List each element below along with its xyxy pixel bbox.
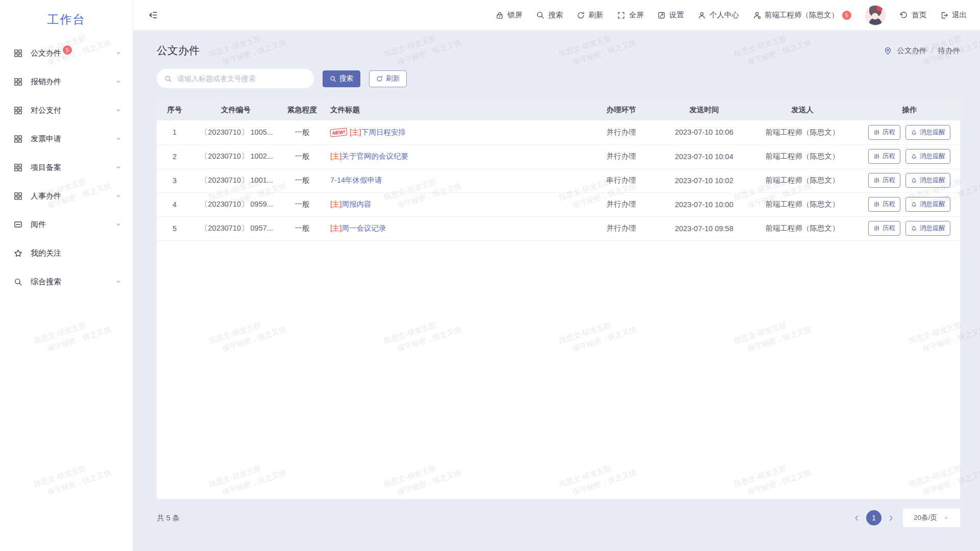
sidebar-item-label: 阅件	[31, 220, 46, 230]
cell-urgency: 一般	[279, 168, 325, 192]
history-button[interactable]: 历程	[868, 221, 900, 236]
search-input[interactable]	[176, 74, 306, 83]
notify-button[interactable]: 消息提醒	[905, 221, 950, 236]
refresh-button[interactable]: 刷新	[369, 70, 407, 87]
history-button[interactable]: 历程	[868, 197, 900, 212]
topbar-fullscreen-label: 全屏	[629, 10, 644, 20]
sidebar-item-7[interactable]: 阅件	[0, 210, 133, 239]
cell-sender: 前端工程师（陈思文）	[746, 168, 859, 192]
breadcrumb-separator: /	[931, 46, 933, 55]
cell-title: NEW![主]下周日程安排	[325, 120, 580, 144]
topbar-search[interactable]: 搜索	[536, 10, 563, 20]
user-icon	[698, 11, 706, 19]
documents-table: 序号文件编号紧急程度文件标题办理环节发送时间发送人操作 1〔20230710〕 …	[157, 99, 960, 241]
chevron-down-icon	[115, 279, 121, 285]
history-button[interactable]: 历程	[868, 149, 900, 164]
topbar-settings-label: 设置	[669, 10, 684, 20]
table-row: 4〔20230710〕 0959...一般[主]周报内容并行办理2023-07-…	[157, 192, 960, 216]
notify-button[interactable]: 消息提醒	[905, 149, 950, 164]
notify-button[interactable]: 消息提醒	[905, 173, 950, 188]
grid-icon	[14, 106, 23, 115]
comment-icon	[14, 220, 23, 229]
history-button-label: 历程	[883, 176, 895, 185]
sidebar-item-label: 我的关注	[31, 248, 61, 258]
search-button[interactable]: 搜索	[323, 70, 360, 87]
topbar-lock-screen[interactable]: 锁屏	[496, 10, 522, 20]
prev-page-icon[interactable]	[853, 514, 861, 522]
column-header: 文件编号	[192, 99, 279, 120]
history-button[interactable]: 历程	[868, 173, 900, 188]
history-button[interactable]: 历程	[868, 125, 900, 140]
page-number[interactable]: 1	[866, 510, 881, 525]
topbar-home[interactable]: 首页	[899, 10, 926, 20]
documents-table-card: 序号文件编号紧急程度文件标题办理环节发送时间发送人操作 1〔20230710〕 …	[157, 99, 960, 499]
cell-file-no: 〔20230710〕 1001...	[192, 168, 279, 192]
user-badge-icon	[753, 11, 761, 19]
sidebar-item-9[interactable]: 综合搜索	[0, 267, 133, 296]
cell-step: 并行办理	[580, 192, 662, 216]
sidebar-item-5[interactable]: 项目备案	[0, 153, 133, 182]
grid-icon	[14, 163, 23, 172]
topbar-settings[interactable]: 设置	[657, 10, 684, 20]
cell-urgency: 一般	[279, 120, 325, 144]
sliders-icon	[873, 177, 880, 184]
location-pin-icon	[884, 46, 892, 55]
cell-file-no: 〔20230710〕 1002...	[192, 144, 279, 168]
bell-icon	[911, 177, 917, 184]
history-button-label: 历程	[883, 224, 895, 233]
document-title-link[interactable]: 周一会议记录	[342, 224, 386, 232]
sidebar-item-8[interactable]: 我的关注	[0, 239, 133, 267]
document-title-link[interactable]: 下周日程安排	[361, 128, 406, 136]
cell-urgency: 一般	[279, 216, 325, 240]
chevron-down-icon	[115, 107, 121, 113]
cell-index: 1	[157, 120, 192, 144]
notify-button-label: 消息提醒	[920, 176, 945, 185]
document-title-link[interactable]: 关于官网的会议纪要	[342, 152, 409, 160]
cell-file-no: 〔20230710〕 1005...	[192, 120, 279, 144]
topbar-profile-label: 个人中心	[709, 10, 739, 20]
app-logo: 工作台	[0, 0, 133, 39]
breadcrumb-root[interactable]: 公文办件	[897, 46, 926, 56]
user-avatar[interactable]	[865, 5, 886, 26]
topbar-fullscreen[interactable]: 全屏	[617, 10, 644, 20]
page-head: 公文办件 公文办件 / 待办件	[157, 42, 960, 59]
sidebar-item-4[interactable]: 发票申请	[0, 124, 133, 153]
grid-icon	[14, 48, 23, 58]
search-icon	[536, 11, 545, 19]
page-size-select[interactable]: 20条/页	[903, 509, 960, 527]
logout-icon	[940, 11, 948, 19]
sidebar-item-label: 公文办件	[31, 48, 61, 58]
cell-title: [主]周报内容	[325, 192, 580, 216]
chevron-down-icon	[115, 50, 121, 56]
document-title-link[interactable]: 7-14年休假申请	[330, 176, 382, 184]
document-title-link[interactable]: 周报内容	[342, 200, 372, 208]
notify-button[interactable]: 消息提醒	[905, 125, 950, 140]
next-page-icon[interactable]	[887, 514, 895, 522]
sidebar-item-6[interactable]: 人事办件	[0, 182, 133, 210]
search-icon	[14, 277, 23, 286]
notify-button-label: 消息提醒	[920, 128, 945, 137]
topbar-current-user[interactable]: 前端工程师（陈思文）5	[753, 10, 851, 20]
sidebar-item-1[interactable]: 公文办件5	[0, 39, 133, 67]
column-header: 操作	[859, 99, 960, 120]
chevron-down-icon	[115, 221, 121, 228]
topbar-logout[interactable]: 退出	[940, 10, 967, 20]
column-header: 办理环节	[580, 99, 662, 120]
pager: 1	[853, 510, 895, 525]
bell-icon	[911, 201, 917, 208]
sidebar-item-2[interactable]: 报销办件	[0, 67, 133, 96]
cell-step: 并行办理	[580, 120, 662, 144]
collapse-sidebar-icon[interactable]	[148, 10, 158, 20]
notify-button[interactable]: 消息提醒	[905, 197, 950, 212]
app-root: 工作台 公文办件5报销办件对公支付发票申请项目备案人事办件阅件我的关注综合搜索 …	[0, 0, 980, 551]
topbar-profile[interactable]: 个人中心	[698, 10, 739, 20]
main-doc-tag: [主]	[350, 128, 361, 136]
cell-title: [主]关于官网的会议纪要	[325, 144, 580, 168]
column-header: 发送时间	[662, 99, 746, 120]
sidebar-item-3[interactable]: 对公支付	[0, 96, 133, 124]
cell-urgency: 一般	[279, 192, 325, 216]
topbar-refresh[interactable]: 刷新	[577, 10, 603, 20]
cell-send-time: 2023-07-10 10:00	[662, 192, 746, 216]
cell-index: 5	[157, 216, 192, 240]
bell-icon	[911, 129, 917, 136]
